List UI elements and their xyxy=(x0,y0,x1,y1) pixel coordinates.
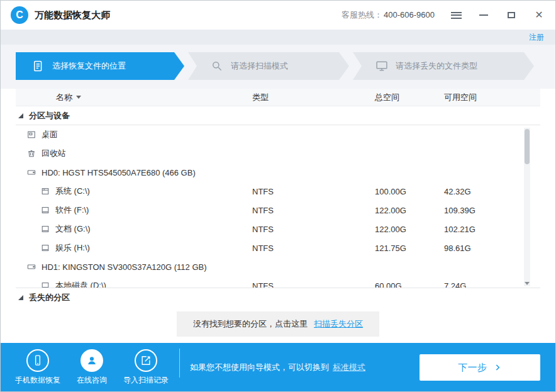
partition-row-f[interactable]: 软件 (F:\) NTFS 122.00G 109.39G xyxy=(16,201,540,220)
partition-row-h[interactable]: 娱乐 (H:\) NTFS 121.75G 98.61G xyxy=(16,238,540,257)
step-label: 选择恢复文件的位置 xyxy=(52,60,126,72)
column-header-free: 可用空间 xyxy=(444,92,540,103)
tree-row-recycle-bin[interactable]: 回收站 xyxy=(16,144,540,163)
phone-icon xyxy=(26,349,49,372)
table-header: 名称 类型 总空间 可用空间 xyxy=(16,89,540,106)
chevron-right-icon xyxy=(493,363,502,372)
partition-row-d[interactable]: 本地磁盘 (D:\) NTFS 60.00G 7.24G xyxy=(16,276,540,288)
partition-total: 121.75G xyxy=(375,244,444,253)
recycle-bin-icon xyxy=(27,149,36,158)
online-support-button[interactable]: 在线咨询 xyxy=(65,349,119,386)
hint-text: 如果您不想使用向导模式，可以切换到 xyxy=(190,362,329,373)
partition-total: 122.00G xyxy=(375,225,444,234)
person-icon xyxy=(81,349,103,372)
hotline-number: 400-606-9600 xyxy=(384,10,435,20)
search-icon xyxy=(211,60,223,72)
phone-recovery-button[interactable]: 手机数据恢复 xyxy=(11,349,65,386)
scrollbar[interactable] xyxy=(524,128,530,286)
footer-bar: 手机数据恢复 在线咨询 导入扫描记录 如果您不想使用向导模式，可以切换到 标准模 xyxy=(1,343,555,392)
action-label: 在线咨询 xyxy=(77,375,107,386)
maximize-button[interactable] xyxy=(505,9,518,21)
title-bar: C 万能数据恢复大师 客服热线：400-606-9600 ✕ xyxy=(1,1,555,30)
step-label: 请选择扫描模式 xyxy=(231,60,288,72)
minimize-button[interactable] xyxy=(477,9,490,21)
notice-area: 没有找到想要的分区，点击这里 扫描丢失分区 xyxy=(1,306,555,343)
scrollbar-down-arrow[interactable] xyxy=(524,282,530,285)
hard-drive-icon xyxy=(27,262,36,271)
step-label: 请选择丢失的文件类型 xyxy=(396,60,477,72)
step-file-type: 请选择丢失的文件类型 xyxy=(353,52,534,80)
collapse-triangle-icon xyxy=(18,295,23,300)
column-header-type: 类型 xyxy=(252,92,375,103)
partition-total: 60.00G xyxy=(375,281,444,288)
service-hotline: 客服热线：400-606-9600 xyxy=(342,9,435,21)
tree-row-desktop[interactable]: 桌面 xyxy=(16,125,540,144)
app-window: C 万能数据恢复大师 客服热线：400-606-9600 ✕ 注册 选择恢复文件… xyxy=(0,0,556,392)
partition-type: NTFS xyxy=(252,244,375,253)
partition-total: 100.00G xyxy=(375,187,444,196)
close-button[interactable]: ✕ xyxy=(533,9,545,21)
register-link[interactable]: 注册 xyxy=(529,32,544,43)
notice-text: 没有找到想要的分区，点击这里 xyxy=(193,318,308,330)
scan-lost-partitions-link[interactable]: 扫描丢失分区 xyxy=(314,318,363,330)
device-list: 桌面 回收站 HD0: HGST HTS545050A7 xyxy=(16,125,540,288)
section-devices[interactable]: 分区与设备 xyxy=(16,106,540,125)
next-button[interactable]: 下一步 xyxy=(420,354,540,381)
lost-partition-notice: 没有找到想要的分区，点击这里 扫描丢失分区 xyxy=(177,311,379,337)
hard-drive-icon xyxy=(27,168,36,177)
section-title: 丢失的分区 xyxy=(29,292,70,303)
section-lost-partitions[interactable]: 丢失的分区 xyxy=(16,288,540,306)
collapse-triangle-icon xyxy=(18,113,23,118)
partition-row-c[interactable]: 系统 (C:\) NTFS 100.00G 42.32G xyxy=(16,182,540,201)
partition-icon xyxy=(41,244,50,252)
app-logo-icon: C xyxy=(11,6,28,24)
partition-type: NTFS xyxy=(252,187,375,196)
section-title: 分区与设备 xyxy=(29,110,70,121)
action-label: 手机数据恢复 xyxy=(15,375,60,386)
tree-row-hd1[interactable]: HD1: KINGSTON SV300S37A120G (112 GB) xyxy=(16,257,540,276)
document-edit-icon xyxy=(32,60,45,72)
partition-icon xyxy=(41,225,50,233)
system-partition-icon xyxy=(41,187,50,196)
app-title: 万能数据恢复大师 xyxy=(35,9,110,21)
scrollbar-thumb[interactable] xyxy=(525,129,530,164)
column-header-name[interactable]: 名称 xyxy=(16,92,252,103)
hotline-label: 客服热线： xyxy=(342,10,382,20)
desktop-icon xyxy=(27,130,36,139)
monitor-icon xyxy=(375,60,388,72)
partition-type: NTFS xyxy=(252,206,375,215)
sort-caret-icon xyxy=(76,96,81,99)
footer-divider xyxy=(179,349,180,378)
wizard-steps: 选择恢复文件的位置 请选择扫描模式 请选择丢失的文件类型 xyxy=(1,45,555,89)
sub-strip: 注册 xyxy=(1,30,555,45)
column-header-total: 总空间 xyxy=(375,92,444,103)
partition-icon xyxy=(41,206,50,215)
partition-row-g[interactable]: 文档 (G:\) NTFS 122.00G 102.21G xyxy=(16,220,540,238)
partition-icon xyxy=(41,281,50,288)
step-select-location[interactable]: 选择恢复文件的位置 xyxy=(16,52,184,80)
menu-icon[interactable] xyxy=(450,9,462,21)
tree-row-hd0[interactable]: HD0: HGST HTS545050A7E680 (466 GB) xyxy=(16,163,540,182)
step-scan-mode: 请选择扫描模式 xyxy=(188,52,349,80)
standard-mode-link[interactable]: 标准模式 xyxy=(333,362,365,373)
mode-hint: 如果您不想使用向导模式，可以切换到 标准模式 xyxy=(190,362,365,373)
partition-type: NTFS xyxy=(252,281,375,288)
partition-total: 122.00G xyxy=(375,206,444,215)
import-scan-record-button[interactable]: 导入扫描记录 xyxy=(119,349,173,386)
partition-type: NTFS xyxy=(252,225,375,234)
action-label: 导入扫描记录 xyxy=(123,375,169,386)
import-record-icon xyxy=(135,349,157,372)
